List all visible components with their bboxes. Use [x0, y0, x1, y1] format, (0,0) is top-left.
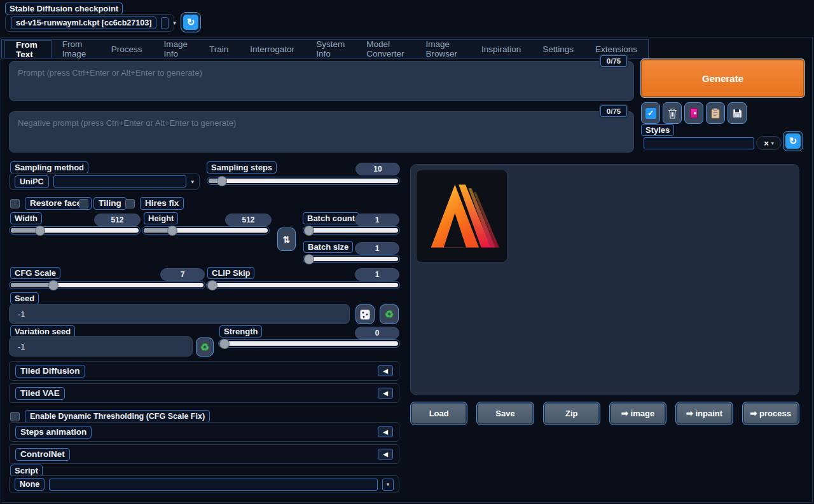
- reuse-seed-button[interactable]: ♻: [380, 304, 399, 324]
- slider-handle[interactable]: [217, 177, 226, 186]
- clear-icon[interactable]: ×: [764, 139, 769, 147]
- seed-input[interactable]: [9, 304, 350, 324]
- width-label: Width: [10, 212, 42, 224]
- slider-handle[interactable]: [220, 339, 229, 348]
- send-to-process-button[interactable]: ➡ process: [742, 402, 799, 425]
- slider-handle[interactable]: [208, 281, 217, 290]
- collapse-icon[interactable]: ◀: [378, 449, 393, 460]
- clipboard-icon: [711, 108, 720, 119]
- accordion-tiled-diffusion[interactable]: Tiled Diffusion ◀: [9, 361, 399, 381]
- save-button[interactable]: Save: [476, 402, 534, 425]
- save-style-button[interactable]: [728, 102, 747, 124]
- dynamic-thresholding-toggle[interactable]: Enable Dynamic Thresholding (CFG Scale F…: [10, 410, 210, 423]
- strength-slider[interactable]: [218, 339, 400, 348]
- send-to-inpaint-button[interactable]: ➡ inpaint: [675, 402, 733, 425]
- accordion-controlnet[interactable]: ControlNet ◀: [9, 444, 399, 464]
- checkbox-icon[interactable]: [10, 412, 20, 421]
- slider-handle[interactable]: [49, 281, 58, 290]
- prompt-input[interactable]: [9, 61, 634, 101]
- apply-params-button[interactable]: ✓: [641, 102, 660, 124]
- tab-from-image[interactable]: From Image: [52, 40, 100, 58]
- tab-process[interactable]: Process: [100, 40, 153, 58]
- slider-handle[interactable]: [305, 226, 314, 235]
- sampling-method-value[interactable]: UniPC: [15, 175, 49, 188]
- styles-input[interactable]: [644, 137, 754, 149]
- tab-system-info[interactable]: System Info: [305, 40, 355, 58]
- slider-handle[interactable]: [305, 255, 314, 264]
- script-value[interactable]: None: [15, 478, 45, 491]
- tab-train[interactable]: Train: [198, 40, 239, 58]
- sampling-method-input[interactable]: [53, 175, 187, 187]
- send-to-image-button[interactable]: ➡ image: [609, 402, 666, 425]
- apply-styles-button[interactable]: [706, 102, 725, 124]
- batch-count-value[interactable]: 1: [355, 214, 399, 226]
- tab-from-text[interactable]: From Text: [4, 40, 52, 58]
- tiling-toggle[interactable]: Tiling: [79, 197, 127, 210]
- reuse-variation-seed-button[interactable]: ♻: [196, 337, 214, 357]
- variation-seed-input[interactable]: [9, 336, 193, 357]
- script-input[interactable]: [49, 479, 378, 491]
- tab-settings[interactable]: Settings: [532, 40, 584, 58]
- load-button[interactable]: Load: [410, 402, 467, 425]
- checkpoint-search-input[interactable]: [161, 17, 169, 29]
- checkpoint-value[interactable]: sd-v15-runwayml.ckpt [cc6cb27103]: [11, 17, 156, 29]
- clear-prompt-button[interactable]: [663, 102, 682, 124]
- dynamic-thresholding-label: Enable Dynamic Thresholding (CFG Scale F…: [25, 410, 210, 423]
- collapse-icon[interactable]: ◀: [378, 388, 393, 398]
- clip-skip-slider[interactable]: [206, 281, 400, 289]
- strength-label: Strength: [219, 325, 262, 337]
- styles-clear-dropdown[interactable]: × ▾: [756, 136, 782, 150]
- chevron-down-icon[interactable]: ▾: [191, 179, 194, 185]
- tab-image-info[interactable]: Image Info: [153, 40, 198, 58]
- negative-prompt-input[interactable]: [9, 111, 634, 153]
- checkpoint-refresh-button[interactable]: ↻: [181, 12, 201, 32]
- cfg-scale-slider[interactable]: [9, 281, 205, 289]
- script-combo[interactable]: None ▾: [9, 475, 399, 493]
- random-seed-button[interactable]: [355, 304, 375, 324]
- tab-image-browser[interactable]: Image Browser: [415, 40, 470, 58]
- cfg-scale-value[interactable]: 7: [160, 268, 205, 281]
- sampling-steps-value[interactable]: 10: [355, 163, 400, 175]
- batch-size-value[interactable]: 1: [355, 242, 399, 255]
- prompt-token-counter: 0/75: [600, 55, 627, 67]
- swap-dimensions-button[interactable]: ⇅: [277, 228, 296, 251]
- slider-handle[interactable]: [168, 226, 177, 235]
- accordion-steps-animation[interactable]: Steps animation ◀: [9, 422, 399, 442]
- checkpoint-combo[interactable]: sd-v15-runwayml.ckpt [cc6cb27103] ▾: [5, 14, 174, 32]
- refresh-icon: ↻: [785, 133, 801, 149]
- chevron-down-icon[interactable]: ▾: [382, 479, 394, 491]
- generate-button[interactable]: Generate: [640, 58, 805, 98]
- height-value[interactable]: 512: [225, 214, 272, 226]
- chevron-down-icon[interactable]: ▾: [173, 20, 176, 26]
- checkbox-icon[interactable]: [10, 199, 20, 208]
- strength-value[interactable]: 0: [355, 327, 399, 339]
- sampling-steps-slider[interactable]: [207, 177, 400, 185]
- batch-count-slider[interactable]: [303, 226, 400, 235]
- slider-handle[interactable]: [36, 226, 45, 235]
- clip-skip-value[interactable]: 1: [355, 268, 399, 281]
- width-slider[interactable]: [9, 226, 141, 235]
- accordion-label: Steps animation: [15, 426, 92, 439]
- checkbox-icon[interactable]: [125, 199, 135, 208]
- negative-prompt-token-counter: 0/75: [600, 106, 627, 117]
- accordion-tiled-vae[interactable]: Tiled VAE ◀: [9, 383, 399, 403]
- chevron-down-icon[interactable]: ▾: [771, 140, 774, 146]
- styles-refresh-button[interactable]: ↻: [783, 131, 803, 151]
- collapse-icon[interactable]: ◀: [378, 426, 393, 437]
- tab-model-converter[interactable]: Model Converter: [355, 40, 415, 58]
- checkpoint-label: Stable Diffusion checkpoint: [5, 3, 123, 15]
- hires-fix-toggle[interactable]: Hires fix: [125, 197, 184, 210]
- extra-networks-button[interactable]: [684, 102, 703, 124]
- floppy-icon: [733, 109, 742, 118]
- zip-button[interactable]: Zip: [543, 402, 600, 425]
- sampling-method-combo[interactable]: UniPC ▾: [9, 173, 200, 190]
- height-slider[interactable]: [142, 226, 270, 235]
- output-gallery[interactable]: [410, 164, 799, 395]
- collapse-icon[interactable]: ◀: [378, 365, 393, 376]
- tab-interrogator[interactable]: Interrogator: [239, 40, 305, 58]
- batch-size-slider[interactable]: [303, 255, 400, 263]
- checkbox-icon[interactable]: [79, 199, 88, 208]
- output-placeholder-tile[interactable]: [416, 170, 507, 262]
- tab-inspiration[interactable]: Inspiration: [471, 40, 532, 58]
- width-value[interactable]: 512: [94, 214, 141, 226]
